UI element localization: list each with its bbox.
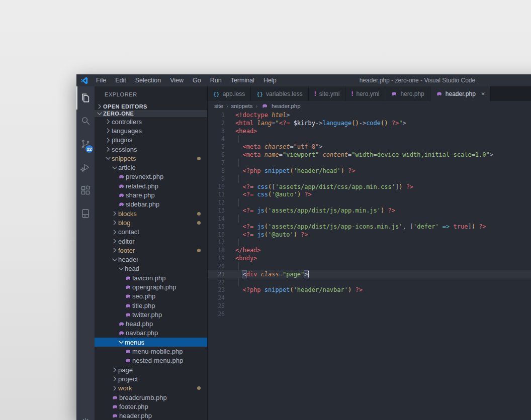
menu-view[interactable]: View (165, 74, 188, 86)
php-file-icon (111, 403, 119, 410)
tree-item-seo-php[interactable]: seo.php (95, 292, 207, 301)
section-zero-one[interactable]: ZERO-ONE (95, 110, 207, 117)
tree-item-header[interactable]: header (95, 255, 207, 264)
tree-item-header-php[interactable]: header.php (95, 411, 207, 420)
tree-item-breadcrumb-php[interactable]: breadcrumb.php (95, 393, 207, 402)
tab-header-php[interactable]: header.php× (430, 86, 491, 101)
activity-run-and-debug-icon[interactable] (76, 156, 95, 179)
tree-item-navbar-php[interactable]: navbar.php (95, 329, 207, 338)
line-number: 4 (208, 135, 225, 142)
code-line-content: <html lang="<?= $kirby->language()->code… (225, 120, 406, 127)
tree-item-snippets[interactable]: snippets (95, 154, 207, 163)
chevron-right-icon (111, 366, 118, 373)
menu-run[interactable]: Run (206, 74, 226, 86)
tree-item-project[interactable]: project (95, 374, 207, 383)
activity-explorer-icon[interactable] (76, 86, 95, 110)
tree-item-sessions[interactable]: sessions (95, 145, 207, 154)
tree-item-menu-mobile-php[interactable]: menu-mobile.php (95, 347, 207, 356)
chevron-right-icon (111, 238, 118, 245)
tree-item-label: page (118, 366, 133, 374)
code-line: 24 (208, 294, 531, 302)
indent-guide (238, 278, 239, 286)
section-label: ZERO-ONE (103, 111, 134, 117)
tab-app-less[interactable]: {}app.less (208, 86, 251, 101)
tree-item-nested-menu-php[interactable]: nested-menu.php (95, 356, 207, 365)
code-line-content: <meta charset="utf-8"> (225, 143, 322, 150)
text-cursor (308, 271, 309, 277)
tree-item-label: header (118, 256, 138, 263)
chevron-right-icon (111, 247, 118, 254)
breadcrumb: site›snippets›header.php (208, 101, 531, 111)
indent-guide (238, 198, 239, 206)
code-line: 23 <?php snippet('header/navbar') ?> (208, 286, 531, 294)
tree-item-label: footer (118, 247, 135, 254)
php-file-icon (117, 321, 126, 327)
php-file-icon (117, 330, 126, 336)
tab-site-yml[interactable]: !site.yml (309, 86, 346, 101)
close-icon[interactable]: × (481, 90, 485, 97)
activity-search-icon[interactable] (76, 110, 95, 133)
indent-guide (238, 215, 239, 223)
tree-item-sidebar-php[interactable]: sidebar.php (95, 200, 207, 209)
section-open-editors[interactable]: OPEN EDITORS (95, 103, 207, 110)
tree-item-favicon-php[interactable]: favicon.php (95, 273, 207, 282)
code-line: 19<body> (208, 254, 531, 262)
tree-item-share-php[interactable]: share.php (95, 190, 207, 199)
code-line: 3<head> (208, 127, 531, 135)
indent-guide (238, 175, 239, 183)
modified-dot-badge (197, 249, 201, 252)
menu-file[interactable]: File (92, 74, 111, 86)
tree-item-label: seo.php (132, 292, 155, 300)
breadcrumb-item-site[interactable]: site (214, 103, 223, 109)
tree-item-contact[interactable]: contact (95, 228, 207, 237)
php-file-icon (124, 293, 132, 299)
tree-item-languages[interactable]: languages (95, 126, 207, 135)
php-file-icon (117, 192, 126, 198)
tree-item-prevnext-php[interactable]: prevnext.php (95, 172, 207, 181)
tree-item-head[interactable]: head (95, 264, 207, 273)
code-line: 26 (208, 310, 531, 318)
tab-variables-less[interactable]: {}variables.less (251, 86, 308, 101)
tree-item-title-php[interactable]: title.php (95, 301, 207, 310)
tree-item-editor[interactable]: editor (95, 237, 207, 246)
menu-edit[interactable]: Edit (111, 74, 131, 86)
tree-item-head-php[interactable]: head.php (95, 320, 207, 329)
tree-item-controllers[interactable]: controllers (95, 117, 207, 126)
tree-item-blocks[interactable]: blocks (95, 209, 207, 218)
tab-hero-php[interactable]: hero.php (385, 86, 430, 101)
line-number: 5 (208, 143, 225, 150)
tree-item-opengraph-php[interactable]: opengraph.php (95, 282, 207, 291)
menu-help[interactable]: Help (259, 74, 281, 86)
activity-source-control-icon[interactable]: 22 (76, 133, 95, 156)
line-number: 22 (208, 279, 225, 286)
tree-item-menus[interactable]: menus (95, 338, 207, 347)
tree-item-label: breadcrumb.php (119, 394, 167, 401)
menu-go[interactable]: Go (188, 74, 206, 86)
tree-item-label: work (118, 384, 132, 392)
tree-item-twitter-php[interactable]: twitter.php (95, 310, 207, 319)
tree-item-label: menus (125, 339, 144, 346)
tab-hero-yml[interactable]: !hero.yml (345, 86, 385, 101)
tree-item-article[interactable]: article (95, 163, 207, 172)
breadcrumb-item-file[interactable]: header.php (260, 102, 301, 109)
tree-item-plugins[interactable]: plugins (95, 136, 207, 145)
tree-item-page[interactable]: page (95, 365, 207, 374)
code-line: 21 <div class="page"> (208, 270, 531, 278)
activity-extensions-icon[interactable] (76, 179, 95, 202)
section-label: OPEN EDITORS (103, 103, 147, 110)
tree-item-label: article (118, 164, 136, 171)
line-number: 12 (208, 199, 225, 206)
breadcrumb-item-snippets[interactable]: snippets (231, 103, 253, 109)
menu-selection[interactable]: Selection (131, 74, 165, 86)
tree-item-work[interactable]: work (95, 384, 207, 393)
tree-item-footer[interactable]: footer (95, 246, 207, 255)
tree-item-blog[interactable]: blog (95, 218, 207, 227)
tree-item-footer-php[interactable]: footer.php (95, 402, 207, 411)
tree-item-related-php[interactable]: related.php (95, 181, 207, 190)
menu-terminal[interactable]: Terminal (226, 74, 259, 86)
tree-item-label: contact (118, 228, 139, 236)
activity-notebook-icon[interactable] (76, 202, 95, 225)
activity-manage-icon[interactable] (76, 410, 95, 420)
tree-item-label: related.php (126, 182, 158, 190)
code-editor[interactable]: 1<!doctype html>2<html lang="<?= $kirby-… (208, 111, 531, 420)
